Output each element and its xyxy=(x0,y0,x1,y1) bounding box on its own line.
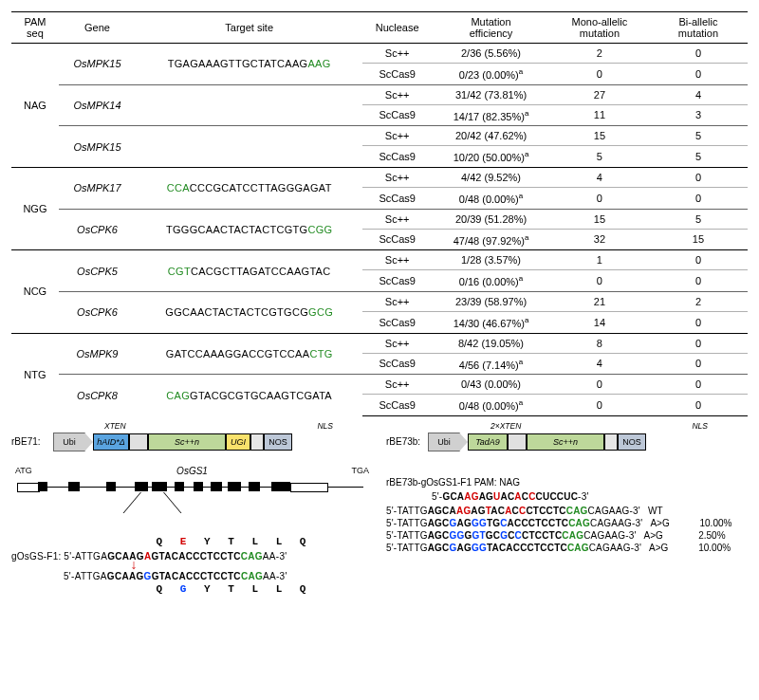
mutation-table: PAM seq Gene Target site Nuclease Mutati… xyxy=(11,11,748,416)
data-cell: 4/42 (9.52%) xyxy=(432,167,550,187)
xten-label: XTEN xyxy=(104,421,126,431)
hdr-gene: Gene xyxy=(59,12,136,44)
data-cell: 1/28 (3.57%) xyxy=(432,250,550,270)
data-cell: 23/39 (58.97%) xyxy=(432,291,550,311)
target-site-cell: CGTCACGCTTAGATCCAAGTAC xyxy=(136,250,362,292)
data-cell: Sc++ xyxy=(362,44,432,64)
data-cell: 15 xyxy=(649,229,748,250)
data-cell: 47/48 (97.92%)a xyxy=(432,229,550,250)
leader-line xyxy=(123,492,141,513)
target-site-cell xyxy=(136,126,362,168)
block-nos: NOS xyxy=(264,433,292,451)
data-cell: 0 xyxy=(649,353,748,375)
exon xyxy=(271,482,290,491)
data-cell: ScCas9 xyxy=(362,353,432,375)
block-ubi: Ubi xyxy=(428,433,460,451)
block-tada: TadA9 xyxy=(468,433,508,451)
block-xten xyxy=(129,433,148,451)
pam-cell: NTG xyxy=(11,333,59,415)
exon xyxy=(175,482,184,491)
data-cell: 4/56 (7.14%)a xyxy=(432,353,550,375)
hdr-eff: Mutation efficiency xyxy=(432,12,550,44)
utr-3 xyxy=(290,483,328,492)
aa-row-original: Q E Y T L L Q xyxy=(95,536,373,547)
nls-label: NLS xyxy=(317,421,333,431)
data-cell: 0 xyxy=(649,311,748,333)
data-cell: Sc++ xyxy=(362,375,432,395)
exon xyxy=(211,482,222,491)
data-cell: Sc++ xyxy=(362,333,432,353)
target-site-cell: TGGGCAACTACTACTCGTGCGG xyxy=(136,209,362,250)
data-cell: 0 xyxy=(550,64,649,85)
left-panel: rBE71: Ubi XTEN hAID*Δ Sc++n UGI NLS NOS… xyxy=(11,432,373,595)
data-cell: 4 xyxy=(550,353,649,375)
gene-cell: OsMPK17 xyxy=(59,167,136,209)
gene-structure-osgs1: ATG OsGS1 TGA xyxy=(11,466,373,534)
target-site-cell: GATCCAAAGGACCGTCCAACTG xyxy=(136,333,362,375)
data-cell: 21 xyxy=(550,291,649,311)
data-cell: 0 xyxy=(649,250,748,270)
data-cell: 0 xyxy=(649,64,748,85)
exon xyxy=(106,482,116,491)
data-cell: 0 xyxy=(550,187,649,209)
pam-cell: NCG xyxy=(11,250,59,333)
target-site-cell: CAGGTACGCGTGCAAGTCGATA xyxy=(136,375,362,416)
data-cell: 3 xyxy=(649,104,748,126)
data-cell: 5 xyxy=(550,146,649,168)
data-cell: 20/42 (47.62%) xyxy=(432,126,550,146)
data-cell: 0 xyxy=(649,395,748,416)
right-panel: rBE73b: Ubi 2×XTEN TadA9 Sc++n NLS NOS r… xyxy=(386,432,748,595)
data-cell: Sc++ xyxy=(362,291,432,311)
hdr-bi: Bi-allelic mutation xyxy=(649,12,748,44)
exon xyxy=(152,482,167,491)
data-cell: 0 xyxy=(649,187,748,209)
gene-cell: OsCPK5 xyxy=(59,250,136,292)
data-cell: 0/48 (0.00%)a xyxy=(432,187,550,209)
target-site-cell xyxy=(136,84,362,126)
target-site-cell: CCACCCGCATCCTTAGGGAGAT xyxy=(136,167,362,209)
editing-outcome-block: rBE73b-gOsGS1-F1 PAM: NAG 5'-GCAAGAGUACA… xyxy=(386,477,748,553)
gene-cell: OsCPK8 xyxy=(59,375,136,416)
data-cell: 0/48 (0.00%)a xyxy=(432,395,550,416)
gene-cell: OsCPK6 xyxy=(59,209,136,250)
data-cell: ScCas9 xyxy=(362,187,432,209)
pam-cell: NAG xyxy=(11,44,59,168)
data-cell: ScCas9 xyxy=(362,104,432,126)
data-cell: 0 xyxy=(550,375,649,395)
exon xyxy=(68,482,80,491)
data-cell: 27 xyxy=(550,84,649,104)
rBE73b-label: rBE73b: xyxy=(386,436,424,447)
gene-name-label: OsGS1 xyxy=(176,466,208,476)
data-cell: 32 xyxy=(550,229,649,250)
table-header-row: PAM seq Gene Target site Nuclease Mutati… xyxy=(11,12,748,44)
nls-label: NLS xyxy=(692,421,708,431)
exon xyxy=(249,482,260,491)
guide-rna-seq: 5'-GCAAGAGUACACCCUCCUC-3' xyxy=(432,491,748,502)
data-cell: Sc++ xyxy=(362,84,432,104)
data-cell: 5 xyxy=(649,126,748,146)
data-cell: 2/36 (5.56%) xyxy=(432,44,550,64)
hdr-mono: Mono-allelic mutation xyxy=(550,12,649,44)
data-cell: 31/42 (73.81%) xyxy=(432,84,550,104)
rBE71-label: rBE71: xyxy=(11,436,49,447)
data-cell: 0/23 (0.00%)a xyxy=(432,64,550,85)
hdr-nuclease: Nuclease xyxy=(362,12,432,44)
dna-row: 5'-TATTGAGCGAGGGTACACCCTCCTCCAGCAGAAG-3'… xyxy=(386,543,748,553)
exon xyxy=(228,482,241,491)
tga-label: TGA xyxy=(351,466,369,475)
dna-row: 5'-TATTGAGCAAGAGTACACCCTCCTCCAGCAGAAG-3'… xyxy=(386,506,748,516)
mutation-arrow-icon: ↓ xyxy=(129,562,139,567)
data-cell: 0 xyxy=(649,375,748,395)
block-ubi: Ubi xyxy=(53,433,85,451)
data-cell: Sc++ xyxy=(362,126,432,146)
block-nls xyxy=(250,433,264,451)
data-cell: 0/16 (0.00%)a xyxy=(432,270,550,292)
utr-5 xyxy=(17,483,40,492)
block-haid: hAID*Δ xyxy=(93,433,129,451)
leader-line xyxy=(163,492,181,513)
figure-panel: rBE71: Ubi XTEN hAID*Δ Sc++n UGI NLS NOS… xyxy=(11,432,748,595)
data-cell: 11 xyxy=(550,104,649,126)
data-cell: 0 xyxy=(649,44,748,64)
data-cell: Sc++ xyxy=(362,167,432,187)
data-cell: ScCas9 xyxy=(362,146,432,168)
